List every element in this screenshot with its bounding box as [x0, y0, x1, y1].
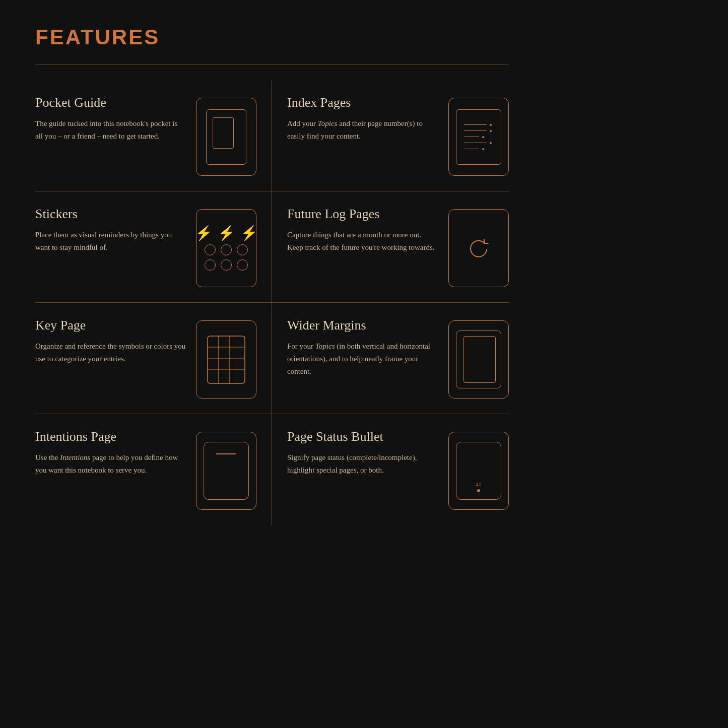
intentions-image: [196, 429, 256, 510]
circle-2: [221, 244, 232, 255]
feature-future-log: Future Log Pages Capture things that are…: [272, 191, 509, 303]
intentions-title: Intentions Page: [35, 429, 186, 444]
pocket-guide-image: [196, 95, 256, 176]
index-pages-icon: [448, 98, 509, 176]
feature-intentions: Intentions Page Use the Intentions page …: [35, 414, 272, 525]
lightning-3: ⚡: [240, 226, 258, 240]
stickers-title: Stickers: [35, 207, 186, 222]
page-status-desc: Signify page status (complete/incomplete…: [287, 451, 438, 477]
circle-row-1: [205, 244, 248, 255]
key-page-icon: [196, 320, 256, 399]
future-log-text: Future Log Pages Capture things that are…: [287, 207, 438, 287]
index-line-4: [464, 142, 496, 144]
page-status-text: Page Status Bullet Signify page status (…: [287, 429, 438, 510]
intentions-desc: Use the Intentions page to help you defi…: [35, 451, 186, 477]
circle-1: [205, 244, 216, 255]
lightning-2: ⚡: [218, 226, 235, 240]
pocket-guide-desc: The guide tucked into this notebook's po…: [35, 117, 186, 143]
lightning-1: ⚡: [195, 226, 213, 240]
stickers-image: ⚡ ⚡ ⚡: [196, 207, 256, 287]
feature-pocket-guide: Pocket Guide The guide tucked into this …: [35, 80, 272, 191]
index-line-1: [464, 124, 496, 126]
intentions-dash: [216, 453, 236, 454]
wider-margins-title: Wider Margins: [287, 318, 438, 333]
wider-margins-desc: For your Topics (in both vertical and ho…: [287, 340, 438, 377]
circle-4: [205, 259, 216, 271]
intentions-notebook-icon: [204, 442, 249, 500]
stickers-text: Stickers Place them as visual reminders …: [35, 207, 186, 287]
margin-frame-icon: [456, 330, 501, 388]
features-grid: Pocket Guide The guide tucked into this …: [35, 80, 509, 525]
page-status-image: 41: [448, 429, 509, 510]
index-pages-image: [448, 95, 509, 176]
key-page-image: [196, 318, 256, 399]
index-line-2: [464, 130, 496, 132]
feature-key-page: Key Page Organize and reference the symb…: [35, 303, 272, 414]
page-status-icon: 41: [448, 432, 509, 510]
grid-icon: [204, 332, 249, 387]
circle-6: [237, 259, 248, 271]
feature-stickers: Stickers Place them as visual reminders …: [35, 191, 272, 303]
wider-margins-image: [448, 318, 509, 399]
key-page-desc: Organize and reference the symbols or co…: [35, 340, 186, 365]
pocket-guide-notebook-icon: [206, 109, 246, 165]
index-line-5: [464, 148, 496, 150]
title-divider: [35, 64, 509, 65]
page-status-title: Page Status Bullet: [287, 429, 438, 444]
index-line-3: [464, 136, 496, 138]
index-lines-icon: [456, 109, 501, 165]
status-dot: [477, 489, 480, 492]
future-log-image: [448, 207, 509, 287]
future-log-icon: [448, 209, 509, 287]
key-page-text: Key Page Organize and reference the symb…: [35, 318, 186, 399]
feature-wider-margins: Wider Margins For your Topics (in both v…: [272, 303, 509, 414]
circle-3: [237, 244, 248, 255]
wider-margins-icon: [448, 320, 509, 399]
wider-margins-text: Wider Margins For your Topics (in both v…: [287, 318, 438, 399]
svg-rect-0: [208, 336, 245, 383]
circle-5: [221, 259, 232, 271]
stickers-icon: ⚡ ⚡ ⚡: [196, 209, 256, 287]
stickers-visual: ⚡ ⚡ ⚡: [195, 226, 258, 271]
pocket-guide-text: Pocket Guide The guide tucked into this …: [35, 95, 186, 176]
index-pages-desc: Add your Topics and their page number(s)…: [287, 117, 438, 143]
page-status-notebook-icon: 41: [456, 442, 501, 500]
feature-index-pages: Index Pages Add your Topics and their pa…: [272, 80, 509, 191]
pocket-guide-icon: [196, 98, 256, 176]
future-log-desc: Capture things that are a month or more …: [287, 229, 438, 254]
intentions-icon: [196, 432, 256, 510]
intentions-text: Intentions Page Use the Intentions page …: [35, 429, 186, 510]
lightning-row: ⚡ ⚡ ⚡: [195, 226, 258, 240]
circle-row-2: [205, 259, 248, 271]
future-log-title: Future Log Pages: [287, 207, 438, 222]
index-pages-text: Index Pages Add your Topics and their pa…: [287, 95, 438, 176]
key-page-title: Key Page: [35, 318, 186, 333]
index-pages-title: Index Pages: [287, 95, 438, 110]
page-number: 41: [476, 481, 482, 487]
refresh-icon: [465, 234, 493, 262]
pocket-guide-title: Pocket Guide: [35, 95, 186, 110]
stickers-desc: Place them as visual reminders by things…: [35, 229, 186, 254]
page-title: FEATURES: [35, 25, 509, 49]
feature-page-status: Page Status Bullet Signify page status (…: [272, 414, 509, 525]
